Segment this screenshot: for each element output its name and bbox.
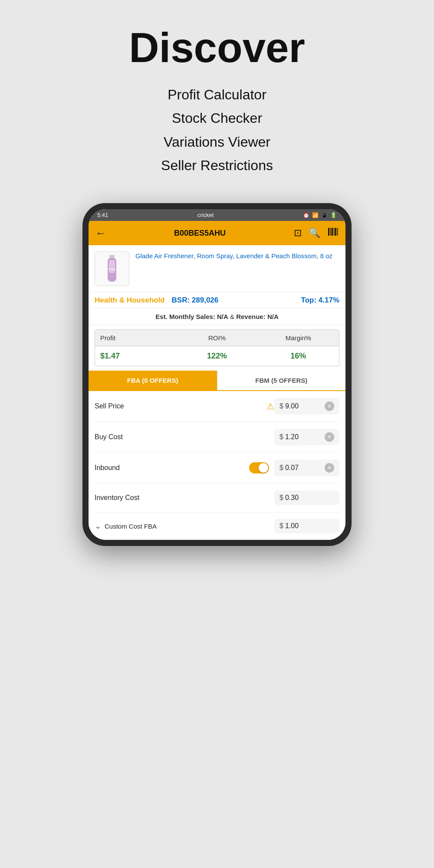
- svg-rect-8: [109, 260, 115, 273]
- sell-price-row: Sell Price ⚠ $ 9.00 ✕: [95, 391, 339, 422]
- status-bar: 5:41 cricket ⏰ 📶 📱 🔋: [89, 209, 345, 221]
- monthly-sales-value: N/A: [217, 313, 228, 320]
- sell-price-clear-button[interactable]: ✕: [325, 401, 334, 411]
- feature-profit-calculator: Profit Calculator: [161, 83, 273, 106]
- fba-tab[interactable]: FBA (0 OFFERS): [89, 371, 217, 390]
- wifi-icon: 📶: [312, 212, 319, 218]
- svg-rect-3: [334, 228, 335, 236]
- toggle-knob: [259, 463, 268, 473]
- inventory-cost-value[interactable]: 0.30: [285, 494, 334, 502]
- buy-cost-row: Buy Cost $ 1.20 ✕: [95, 422, 339, 453]
- product-section: Glade Glade Air Freshener, Room Spray, L…: [89, 245, 345, 293]
- alert-icon[interactable]: ⊡: [294, 227, 302, 239]
- svg-text:Glade: Glade: [108, 268, 116, 270]
- monthly-sales-row: Est. Monthly Sales: N/A & Revenue: N/A: [89, 309, 345, 325]
- svg-rect-0: [328, 228, 329, 236]
- asin-label: B00BES5AHU: [111, 229, 289, 238]
- buy-cost-dollar: $: [279, 433, 283, 441]
- sell-price-input-wrap[interactable]: $ 9.00 ✕: [274, 398, 339, 414]
- chevron-down-icon[interactable]: ⌄: [95, 521, 101, 531]
- phone-mockup: 5:41 cricket ⏰ 📶 📱 🔋 ← B00BES5AHU ⊡ 🔍: [82, 203, 352, 546]
- profit-value-profit: $1.47: [95, 346, 176, 366]
- custom-cost-dollar: $: [279, 522, 283, 530]
- battery-icon: 🔋: [330, 212, 337, 218]
- custom-cost-value[interactable]: 1.00: [285, 522, 334, 530]
- profit-value-margin: 16%: [258, 346, 339, 366]
- inventory-cost-row: Inventory Cost $ 0.30: [95, 483, 339, 513]
- buy-cost-label: Buy Cost: [95, 433, 274, 441]
- inventory-cost-input-wrap[interactable]: $ 0.30: [274, 490, 339, 505]
- inbound-label: Inbound: [95, 464, 249, 472]
- inbound-dollar: $: [279, 464, 283, 472]
- buy-cost-value[interactable]: 1.20: [285, 433, 322, 441]
- signal-icon: 📱: [321, 212, 328, 218]
- profit-header-roi: ROI%: [176, 330, 257, 346]
- revenue-value: N/A: [267, 313, 279, 320]
- inventory-cost-label: Inventory Cost: [95, 494, 274, 502]
- monthly-sales-label: Est. Monthly Sales:: [155, 313, 215, 320]
- category-row: Health & Household BSR: 289,026 Top: 4.1…: [89, 293, 345, 309]
- form-section: Sell Price ⚠ $ 9.00 ✕ Buy Cost $ 1.20 ✕: [89, 391, 345, 513]
- toolbar-icons: ⊡ 🔍: [294, 226, 339, 240]
- svg-rect-1: [330, 228, 331, 236]
- inbound-input-wrap[interactable]: $ 0.07 ✕: [274, 460, 339, 476]
- inbound-clear-button[interactable]: ✕: [325, 463, 334, 473]
- profit-header-profit: Profit: [95, 330, 176, 346]
- sell-price-value[interactable]: 9.00: [285, 402, 322, 410]
- inventory-cost-dollar: $: [279, 494, 283, 502]
- feature-stock-checker: Stock Checker: [161, 106, 273, 130]
- fba-fbm-tabs: FBA (0 OFFERS) FBM (5 OFFERS): [89, 371, 345, 391]
- sell-price-label: Sell Price: [95, 402, 263, 410]
- custom-cost-row: ⌄ Custom Cost FBA $ 1.00: [89, 513, 345, 540]
- app-toolbar: ← B00BES5AHU ⊡ 🔍: [89, 221, 345, 245]
- profit-table: Profit ROI% Margin% $1.47 122% 16%: [95, 329, 339, 366]
- svg-rect-6: [109, 255, 115, 258]
- fbm-tab[interactable]: FBM (5 OFFERS): [217, 371, 346, 390]
- bsr-value: BSR: 289,026: [172, 296, 219, 305]
- svg-rect-4: [335, 228, 336, 236]
- sell-price-dollar: $: [279, 402, 283, 410]
- feature-variations-viewer: Variations Viewer: [161, 130, 273, 154]
- revenue-label: Revenue:: [236, 313, 266, 320]
- product-image: Glade: [95, 251, 129, 286]
- profit-header-row: Profit ROI% Margin%: [95, 330, 339, 346]
- inbound-row: Inbound $ 0.07 ✕: [95, 453, 339, 483]
- profit-header-margin: Margin%: [258, 330, 339, 346]
- buy-cost-input-wrap[interactable]: $ 1.20 ✕: [274, 429, 339, 445]
- phone-outer: 5:41 cricket ⏰ 📶 📱 🔋 ← B00BES5AHU ⊡ 🔍: [82, 203, 352, 546]
- svg-rect-5: [337, 228, 338, 236]
- back-button[interactable]: ←: [95, 227, 106, 239]
- custom-cost-input-wrap[interactable]: $ 1.00: [274, 519, 339, 533]
- hero-subtitle: Profit Calculator Stock Checker Variatio…: [161, 83, 273, 178]
- profit-value-roi: 122%: [176, 346, 257, 366]
- feature-seller-restrictions: Seller Restrictions: [161, 154, 273, 177]
- status-time: 5:41: [97, 212, 108, 218]
- profit-data-row: $1.47 122% 16%: [95, 346, 339, 366]
- inbound-value[interactable]: 0.07: [285, 464, 322, 472]
- search-icon[interactable]: 🔍: [309, 227, 320, 239]
- top-percent: Top: 4.17%: [301, 296, 339, 305]
- svg-rect-2: [332, 228, 333, 236]
- custom-cost-label: Custom Cost FBA: [105, 523, 157, 530]
- buy-cost-clear-button[interactable]: ✕: [325, 432, 334, 442]
- status-carrier: cricket: [197, 212, 214, 218]
- product-title-text: Glade Air Freshener, Room Spray, Lavende…: [135, 252, 332, 260]
- barcode-icon[interactable]: [327, 226, 339, 240]
- hero-title: Discover: [129, 26, 305, 70]
- product-title: Glade Air Freshener, Room Spray, Lavende…: [135, 251, 332, 260]
- status-icons: ⏰ 📶 📱 🔋: [303, 212, 337, 218]
- phone-inner: 5:41 cricket ⏰ 📶 📱 🔋 ← B00BES5AHU ⊡ 🔍: [89, 209, 345, 540]
- category-name[interactable]: Health & Household: [95, 296, 165, 305]
- alarm-icon: ⏰: [303, 212, 309, 218]
- sell-price-warning-icon: ⚠: [266, 401, 274, 411]
- inbound-toggle[interactable]: [249, 462, 269, 473]
